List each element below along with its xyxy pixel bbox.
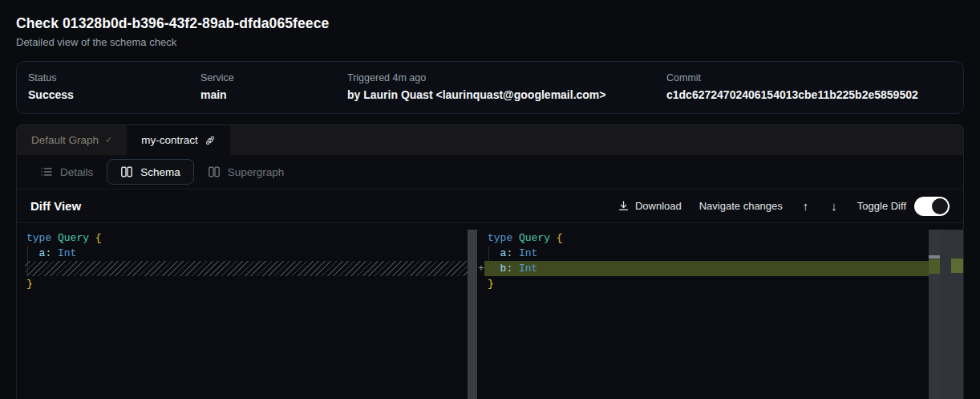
- token: {: [557, 232, 563, 244]
- check-summary-card: Status Success Service main Triggered 4m…: [16, 61, 964, 114]
- commit-label: Commit: [666, 72, 952, 83]
- download-button[interactable]: Download: [618, 200, 682, 212]
- toggle-diff-label: Toggle Diff: [857, 200, 906, 212]
- commit-value: c1dc62724702406154013cbe11b225b2e5859502: [666, 88, 952, 101]
- diff-pane-original[interactable]: type Query { a: Int }: [17, 223, 477, 399]
- minimap[interactable]: [940, 230, 963, 399]
- git-compare-icon: [205, 135, 216, 146]
- code-line: type Query {: [488, 230, 963, 246]
- tab-details[interactable]: Details: [26, 159, 107, 185]
- arrow-up-icon: ↑: [803, 199, 809, 213]
- token: Int: [512, 263, 537, 275]
- summary-service: Service main: [200, 72, 347, 101]
- tab-supergraph-label: Supergraph: [228, 166, 285, 178]
- previous-change-button[interactable]: ↑: [800, 199, 812, 213]
- token: a:: [488, 247, 512, 259]
- token: b:: [488, 263, 512, 275]
- code-line: }: [488, 276, 963, 291]
- code-line-added: b: Int: [488, 261, 963, 276]
- switch-knob: [932, 198, 948, 214]
- code-column: type Query { a: Int b: Int }: [488, 230, 963, 291]
- diff-toolbar: Diff View Download Navigate changes ↑ ↓: [17, 189, 963, 223]
- scrollbar-viewport-band: [929, 255, 940, 259]
- default-graph-label: Default Graph: [31, 134, 99, 146]
- view-tab-bar: Details Schema Supergraph: [17, 155, 963, 189]
- code-column: type Query { a: Int }: [26, 230, 477, 291]
- summary-triggered: Triggered 4m ago by Laurin Quast <laurin…: [347, 72, 666, 101]
- tab-schema-label: Schema: [140, 166, 180, 178]
- triggered-value: by Laurin Quast <laurinquast@googlemail.…: [347, 88, 666, 101]
- token: type: [488, 232, 519, 244]
- diff-view-title: Diff View: [30, 199, 81, 213]
- columns-icon: [208, 165, 221, 178]
- next-change-button[interactable]: ↓: [828, 199, 840, 213]
- service-label: Service: [200, 72, 347, 83]
- triggered-label: Triggered 4m ago: [347, 72, 666, 83]
- token: }: [26, 278, 33, 290]
- token: a:: [26, 247, 51, 259]
- status-label: Status: [28, 72, 200, 83]
- token: Query: [519, 232, 557, 244]
- tab-my-contract[interactable]: my-contract: [127, 125, 230, 155]
- navigate-changes-button[interactable]: Navigate changes: [699, 200, 783, 212]
- check-icon: ✓: [105, 135, 112, 145]
- scrollbar[interactable]: [929, 230, 940, 399]
- scrollbar[interactable]: [468, 230, 477, 399]
- toggle-diff-group: Toggle Diff: [857, 197, 950, 216]
- token: Query: [58, 232, 95, 244]
- page-title: Check 01328b0d-b396-43f2-89ab-dfda065fee…: [16, 15, 964, 32]
- minimap-added-marker: [951, 259, 963, 273]
- summary-status: Status Success: [28, 72, 200, 101]
- tab-schema[interactable]: Schema: [107, 159, 194, 185]
- status-value: Success: [28, 88, 200, 101]
- tab-default-graph[interactable]: Default Graph ✓: [17, 125, 127, 155]
- download-icon: [618, 200, 630, 212]
- token: Int: [512, 247, 537, 259]
- navigate-changes-label: Navigate changes: [699, 200, 783, 212]
- arrow-down-icon: ↓: [831, 199, 837, 213]
- tab-details-label: Details: [60, 166, 93, 178]
- graph-tab-bar: Default Graph ✓ my-contract: [17, 125, 963, 155]
- scrollbar-added-marker: [929, 259, 940, 274]
- token: type: [26, 232, 58, 244]
- token: Int: [51, 247, 76, 259]
- token: }: [488, 278, 494, 290]
- diff-pane-modified[interactable]: type Query { a: Int b: Int }: [484, 223, 963, 399]
- code-line: a: Int: [488, 246, 963, 261]
- download-label: Download: [635, 200, 682, 212]
- columns-icon: [120, 165, 133, 178]
- toggle-diff-switch[interactable]: [914, 197, 950, 216]
- token: {: [95, 232, 102, 244]
- diff-toolbar-controls: Download Navigate changes ↑ ↓ Toggle Dif…: [618, 197, 950, 216]
- code-line: }: [26, 276, 477, 291]
- page-subtitle: Detailed view of the schema check: [16, 36, 964, 48]
- summary-commit: Commit c1dc62724702406154013cbe11b225b2e…: [666, 72, 952, 101]
- service-value: main: [200, 88, 347, 101]
- page-header: Check 01328b0d-b396-43f2-89ab-dfda065fee…: [0, 0, 980, 48]
- diff-added-plus-sign: +: [476, 261, 487, 276]
- code-line: type Query {: [26, 230, 477, 246]
- check-detail-panel: Default Graph ✓ my-contract Detai: [16, 124, 964, 399]
- diff-editor: type Query { a: Int } + type Query { a: …: [17, 223, 963, 399]
- tab-supergraph[interactable]: Supergraph: [194, 159, 298, 185]
- code-line-spacer: [26, 261, 477, 276]
- code-line: a: Int: [26, 246, 477, 261]
- list-icon: [40, 165, 53, 178]
- my-contract-label: my-contract: [141, 134, 198, 146]
